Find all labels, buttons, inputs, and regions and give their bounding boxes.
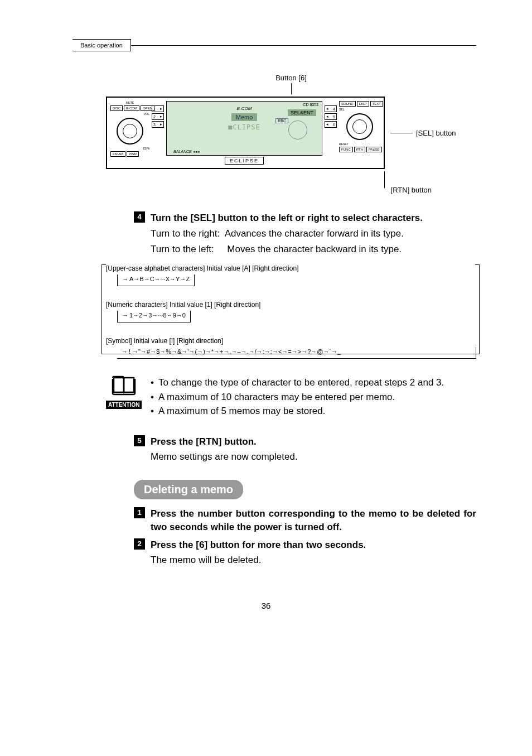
book-icon <box>112 375 136 396</box>
device-face: MUTE DISC E·COM OPEN VOL ESPii FM AM PWR… <box>106 97 385 169</box>
pause-button: PAUSE <box>366 147 382 152</box>
delete-step-2: 2 Press the [6] button for more than two… <box>134 538 476 567</box>
preset-1: 1▸ <box>152 105 164 112</box>
text-button: TEXT <box>370 101 383 107</box>
header-line <box>131 45 476 46</box>
step-4-line2: Turn to the left: Moves the character ba… <box>151 243 476 257</box>
header-bar: Basic operation <box>72 39 532 51</box>
attention-item-1: To change the type of character to be en… <box>158 375 444 390</box>
delete-step-1: 1 Press the number button corresponding … <box>134 507 476 534</box>
sel-label-tiny: SEL <box>339 108 380 111</box>
selent-badge: SEL&ENT <box>288 109 316 116</box>
page-number: 36 <box>0 601 532 610</box>
espii-label: ESPii <box>110 147 149 150</box>
delete-step-2-text: The memo will be deleted. <box>151 553 476 567</box>
preset-3: 3▸ <box>152 121 164 128</box>
button6-callout-label: Button [6] <box>106 74 476 82</box>
device-diagram: Button [6] MUTE DISC E·COM OPEN VOL ESPi… <box>106 74 476 195</box>
disp-button: DISP <box>357 101 369 107</box>
button6-callout-line <box>291 83 292 94</box>
uppercase-seq: →A→B→C→···X→Y→Z <box>117 275 195 286</box>
step-5: 5 Press the [RTN] button. Memo settings … <box>134 435 476 464</box>
uppercase-label: [Upper-case alphabet characters] Initial… <box>106 264 476 272</box>
preset-5: ◂5 <box>325 113 337 120</box>
fm-am-button: FM AM <box>110 151 125 157</box>
eclipse-logo: ECLIPSE <box>225 157 264 165</box>
attention-item-2: A maximum of 10 characters may be entere… <box>158 390 395 405</box>
screen-dial-icon <box>288 121 307 139</box>
pwr-button: PWR <box>127 151 139 157</box>
mute-label: MUTE <box>110 101 149 104</box>
ecom-button: E·COM <box>124 105 139 111</box>
sel-callout: [SEL] button <box>390 129 456 137</box>
numeric-block: [Numeric characters] Initial value [1] [… <box>106 301 476 322</box>
preset-2: 2▸ <box>152 113 164 120</box>
delete-step-1-num: 1 <box>134 507 145 518</box>
func-button: FUNC <box>339 147 353 152</box>
numeric-label: [Numeric characters] Initial value [1] [… <box>106 301 476 309</box>
rbc-badge: RBC <box>275 118 288 123</box>
step-4-num: 4 <box>134 211 145 223</box>
rtn-button: RTN <box>354 147 365 152</box>
symbol-seq: →! →"→#→$→%→&→'→(→)→*→+→,→–→.→/→:→;→<→=→… <box>117 347 476 359</box>
left-knob <box>117 118 143 145</box>
device-screen: E-COM CD 8053 Memo SEL&ENT RBC ■CLIPSE B… <box>166 101 322 156</box>
attention-section: ATTENTION •To change the type of charact… <box>106 375 476 418</box>
preset-4: ◂4 <box>325 105 337 112</box>
uppercase-block: [Upper-case alphabet characters] Initial… <box>106 264 476 286</box>
numeric-seq: →1→2→3→···8→9→0 <box>117 311 191 322</box>
symbol-block: [Symbol] Initial value [!] [Right direct… <box>106 337 476 359</box>
attention-item-3: A maximum of 5 memos may be stored. <box>158 404 326 418</box>
rtn-callout: [RTN] button <box>106 171 432 195</box>
deleting-heading: Deleting a memo <box>134 480 243 499</box>
header-tab: Basic operation <box>72 39 131 51</box>
delete-step-2-title: Press the [6] button for more than two s… <box>151 538 476 552</box>
vol-label: VOL <box>110 112 149 115</box>
symbol-label: [Symbol] Initial value [!] [Right direct… <box>106 337 476 345</box>
step-5-text: Memo settings are now completed. <box>151 450 476 464</box>
balance-label: BALANCE ◂◂◂ <box>173 150 200 154</box>
memo-badge: Memo <box>231 113 258 121</box>
delete-step-1-title: Press the number button corresponding to… <box>151 507 476 534</box>
step-4: 4 Turn the [SEL] button to the left or r… <box>134 211 476 257</box>
delete-step-2-num: 2 <box>134 538 145 550</box>
sound-button: SOUND <box>339 101 356 107</box>
disc-button: DISC <box>110 105 123 111</box>
cd-model: CD 8053 <box>303 103 318 107</box>
reset-label: RESET <box>339 142 380 146</box>
step-5-title: Press the [RTN] button. <box>151 435 476 449</box>
right-knob <box>346 113 373 140</box>
step-4-line1: Turn to the right: Advances the characte… <box>151 227 476 241</box>
step-4-title: Turn the [SEL] button to the left or rig… <box>151 211 476 225</box>
step-5-num: 5 <box>134 435 145 446</box>
attention-label: ATTENTION <box>106 401 142 409</box>
character-diagrams: [Upper-case alphabet characters] Initial… <box>106 264 476 359</box>
preset-6: ◂6 <box>325 121 337 128</box>
attention-list: •To change the type of character to be e… <box>151 375 444 418</box>
